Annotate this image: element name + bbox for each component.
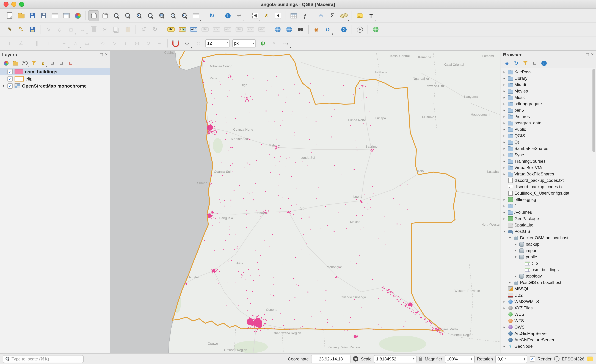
browser-item[interactable]: ▸Qt <box>501 139 596 145</box>
tree-expand-icon[interactable]: ▸ <box>502 211 506 214</box>
add-selected-layers-icon[interactable]: ⊕ <box>503 59 511 67</box>
crs-label[interactable]: EPSG:4326 <box>562 356 584 361</box>
remove-layer-icon[interactable]: ⊟ <box>67 59 74 67</box>
manage-map-themes-icon[interactable]: ▾ <box>21 59 28 67</box>
browser-item[interactable]: ▸Library <box>501 75 596 81</box>
browser-item[interactable]: ▸odk-aggregate <box>501 101 596 107</box>
tree-expand-icon[interactable]: ▸ <box>502 77 506 80</box>
lock-scale-icon[interactable] <box>419 358 422 361</box>
browser-item[interactable]: ▸Public <box>501 126 596 132</box>
browser-item[interactable]: ▸perl5 <box>501 107 596 113</box>
snapping-units-combo[interactable]: px▾ <box>232 39 256 47</box>
tree-expand-icon[interactable]: ▸ <box>502 89 506 93</box>
metasearch-icon[interactable] <box>272 24 283 35</box>
topological-editing-icon[interactable]: ψ <box>258 38 268 49</box>
close-panel-icon[interactable]: ✕ <box>105 53 108 56</box>
layer-labeling-options-icon[interactable]: abc <box>188 24 199 35</box>
browser-item[interactable]: ▸backup <box>501 241 596 248</box>
tree-expand-icon[interactable]: ▸ <box>502 83 506 87</box>
browser-item[interactable]: ▸Pictures <box>501 113 596 120</box>
measure-line-icon[interactable]: ▾ <box>338 10 349 21</box>
refresh-map-icon[interactable]: ↻ <box>207 10 217 21</box>
tree-expand-icon[interactable]: ▸ <box>502 134 506 138</box>
zoom-out-icon[interactable]: − <box>122 10 133 21</box>
tree-expand-icon[interactable]: ▸ <box>514 242 518 246</box>
tree-expand-icon[interactable]: ▾ <box>502 230 506 233</box>
geocode-globe-icon[interactable] <box>284 24 294 35</box>
layer-visibility-checkbox[interactable]: ✓ <box>7 83 13 88</box>
zoom-window-button[interactable] <box>19 2 24 7</box>
browser-item[interactable]: Equilinox_0_UserConfigs.dat <box>501 190 596 196</box>
layer-item[interactable]: ✓osm_buildings <box>0 68 110 75</box>
zoom-next-icon[interactable]: ▸ <box>179 10 190 21</box>
deselect-all-icon[interactable] <box>272 10 283 21</box>
filter-legend-icon[interactable] <box>30 59 37 67</box>
expand-all-icon[interactable]: ⊞ <box>48 59 56 67</box>
processing-toolbox-icon[interactable]: ✳ <box>316 10 326 21</box>
browser-item[interactable]: clip <box>501 260 596 267</box>
vertex-editor-crosshair-icon[interactable]: + <box>354 24 365 35</box>
add-group-icon[interactable] <box>11 59 19 67</box>
select-by-expression-icon[interactable]: ε <box>261 10 272 21</box>
save-project-as-icon[interactable] <box>38 10 49 21</box>
locate-input[interactable] <box>11 356 82 362</box>
search-layers-binoculars-icon[interactable] <box>295 24 306 35</box>
identify-features-icon[interactable]: i <box>223 10 233 21</box>
processing-history-icon[interactable]: ↺▾ <box>322 24 333 35</box>
quickmapservices-icon[interactable] <box>370 24 381 35</box>
tree-expand-icon[interactable]: ▸ <box>502 204 506 208</box>
browser-item[interactable]: discord_backup_codes.txt <box>501 184 596 190</box>
browser-item[interactable]: ▸✳GeoNode <box>501 343 596 349</box>
tree-expand-icon[interactable]: ▸ <box>502 166 506 169</box>
tree-expand-icon[interactable]: ▸ <box>502 325 506 329</box>
render-checkbox[interactable]: ✓ <box>530 356 535 362</box>
tree-expand-icon[interactable]: ▸ <box>502 140 506 144</box>
browser-item[interactable]: ▸Sync <box>501 152 596 158</box>
browser-item[interactable]: ▸/Volumes <box>501 209 596 216</box>
tree-expand-icon[interactable]: ▸ <box>502 121 506 125</box>
tree-expand-icon[interactable]: ▸ <box>502 153 506 157</box>
map-canvas[interactable]: CabindaKasai CentralKanangaLomamiKasai O… <box>110 51 500 353</box>
tree-expand-icon[interactable]: ▸ <box>502 102 506 106</box>
help-contents-icon[interactable]: ? <box>338 24 349 35</box>
layer-diagram-icon[interactable]: abc <box>177 24 188 35</box>
tree-expand-icon[interactable]: ▸ <box>502 160 506 163</box>
save-layer-edits-icon[interactable] <box>27 24 37 35</box>
new-print-layout-icon[interactable] <box>50 10 60 21</box>
browser-item[interactable]: WFS <box>501 318 596 324</box>
close-window-button[interactable] <box>4 2 8 7</box>
zoom-in-icon[interactable]: + <box>111 10 122 21</box>
tree-expand-icon[interactable]: ▸ <box>508 281 512 284</box>
tree-expand-icon[interactable]: ▸ <box>502 96 506 99</box>
filter-browser-icon[interactable] <box>522 59 529 67</box>
select-features-icon[interactable]: ▾ <box>250 10 261 21</box>
run-feature-action-icon[interactable]: ✳▾ <box>234 10 245 21</box>
browser-item[interactable]: ▸XYZ Tiles <box>501 305 596 311</box>
snapping-mode-icon[interactable]: ⊙▾ <box>182 38 192 49</box>
snapping-tolerance-spinbox[interactable]: 12▴▾ <box>205 39 230 47</box>
open-field-calculator-icon[interactable]: ƒ <box>300 10 310 21</box>
layer-item[interactable]: ▾✓OpenStreetMap monochrome <box>0 82 110 89</box>
browser-item[interactable]: ▸postgres_data <box>501 120 596 126</box>
browser-item[interactable]: ArcGisMapServer <box>501 330 596 337</box>
collapse-all-icon[interactable]: ⊟ <box>58 59 65 67</box>
browser-item[interactable]: ▸Movies <box>501 88 596 94</box>
browser-scrollbar-thumb[interactable] <box>592 69 595 152</box>
browser-item[interactable]: osm_buildings <box>501 267 596 273</box>
browser-item[interactable]: ▸import <box>501 248 596 254</box>
browser-item[interactable]: ▸OWS <box>501 324 596 330</box>
enable-disable-properties-widget-icon[interactable]: i <box>540 59 548 67</box>
tree-expand-icon[interactable]: ▾ <box>508 236 512 240</box>
browser-item[interactable]: ▸KeePass <box>501 69 596 75</box>
magnifier-spinbox[interactable]: 100% ▴▾ <box>445 355 475 363</box>
refresh-browser-icon[interactable]: ↻ <box>512 59 520 67</box>
layer-visibility-checkbox[interactable]: ✓ <box>7 76 13 81</box>
tree-expand-icon[interactable]: ▾ <box>514 255 518 259</box>
tree-expand-icon[interactable]: ▸ <box>502 147 506 150</box>
browser-item[interactable]: WCS <box>501 311 596 318</box>
toggle-editing-icon[interactable]: ✎ <box>16 24 26 35</box>
browser-item[interactable]: ▾PostGIS <box>501 228 596 235</box>
statistics-summary-icon[interactable]: Σ <box>327 10 338 21</box>
browser-item[interactable]: ▸/ <box>501 203 596 209</box>
open-project-icon[interactable] <box>16 10 26 21</box>
